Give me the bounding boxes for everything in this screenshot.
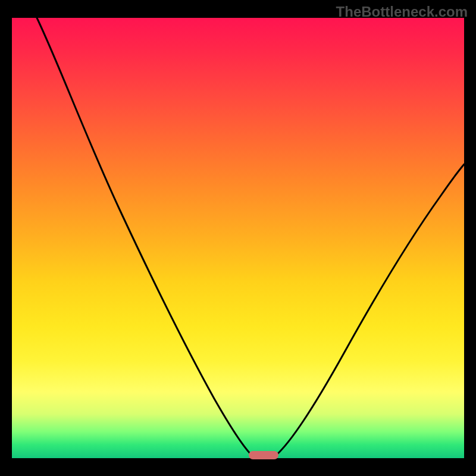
chart-container: TheBottleneck.com <box>0 0 476 476</box>
bottleneck-curve-right <box>276 164 464 455</box>
optimal-marker <box>249 451 278 459</box>
bottleneck-curve-left <box>37 18 252 455</box>
chart-overlay <box>12 18 464 458</box>
